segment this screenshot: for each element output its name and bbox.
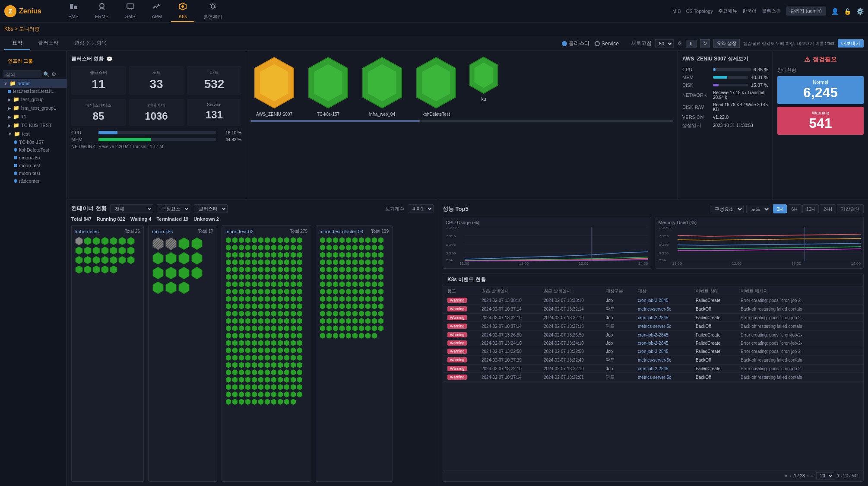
hex-cluster-tc[interactable]: TC-k8s-157 bbox=[304, 55, 352, 117]
mini-hex-k-13 bbox=[127, 246, 135, 255]
hex-cluster-infra[interactable]: infra_web_04 bbox=[358, 55, 406, 117]
refresh-button[interactable]: ↻ bbox=[700, 39, 710, 48]
page-prev-prev[interactable]: « bbox=[785, 473, 788, 478]
top-mib[interactable]: MIB bbox=[672, 9, 681, 14]
svg-rect-1 bbox=[74, 6, 77, 9]
svg-marker-456 bbox=[372, 318, 377, 324]
folder-icon-tg: 📁 bbox=[13, 96, 19, 102]
time-btn-24h[interactable]: 24H bbox=[820, 204, 836, 213]
sidebar-item-admin[interactable]: ▼ 📁 admin bbox=[0, 79, 67, 88]
sidebar-item-moon-test1[interactable]: moon-test bbox=[0, 162, 67, 169]
pause-button[interactable]: ⏸ bbox=[686, 40, 697, 48]
svg-marker-292 bbox=[232, 377, 238, 383]
perf-node-select[interactable]: 노드 bbox=[746, 205, 770, 213]
radio-service[interactable]: Service bbox=[595, 41, 619, 47]
svg-marker-401 bbox=[339, 281, 345, 287]
table-row[interactable]: Warning 2024-02-07 13:22:10 2024-02-07 1… bbox=[443, 365, 863, 373]
tab-summary[interactable]: 요약 bbox=[4, 37, 30, 50]
sidebar-search-input[interactable] bbox=[3, 70, 41, 78]
nav-k8s[interactable]: K8s bbox=[171, 0, 195, 22]
nav-apm[interactable]: APM bbox=[144, 0, 170, 22]
detail-created-row: 생성일시 2023-10-31 11:30:53 bbox=[682, 122, 768, 129]
view-count-select[interactable]: 4 X 1 4 X 2 bbox=[408, 204, 434, 213]
group-name-moon-k8s: moon-k8s bbox=[152, 229, 173, 234]
sidebar-item-moon-k8s[interactable]: moon-k8s bbox=[0, 154, 67, 162]
sidebar: 인프라 그룹 🔍 ⚙ ▼ 📁 admin test1test1test1test… bbox=[0, 51, 67, 486]
table-row[interactable]: Warning 2024-02-07 10:37:39 2024-02-07 1… bbox=[443, 356, 863, 365]
hex-cluster-aws[interactable]: AWS_ZENIU S007 bbox=[250, 55, 298, 117]
sidebar-search-icon[interactable]: 🔍 bbox=[43, 71, 50, 77]
sidebar-item-rdc[interactable]: r&dcenter. bbox=[0, 177, 67, 185]
svg-marker-330 bbox=[245, 399, 250, 405]
table-row[interactable]: Warning 2024-02-07 10:37:14 2024-02-07 1… bbox=[443, 305, 863, 314]
event-status: FailedCreate bbox=[696, 333, 739, 337]
nav-sms[interactable]: SMS bbox=[117, 0, 143, 22]
table-row[interactable]: Warning 2024-02-07 13:26:50 2024-02-07 1… bbox=[443, 331, 863, 339]
summary-settings-button[interactable]: 요약 설정 bbox=[713, 39, 740, 48]
svg-marker-118 bbox=[271, 267, 276, 273]
table-row[interactable]: Warning 2024-02-07 10:37:14 2024-02-07 1… bbox=[443, 322, 863, 331]
time-btn-3h[interactable]: 3H bbox=[773, 204, 787, 213]
table-row[interactable]: Warning 2024-02-07 10:37:14 2024-02-07 1… bbox=[443, 373, 863, 382]
nav-ops[interactable]: 운영관리 bbox=[196, 0, 230, 22]
svg-marker-313 bbox=[291, 384, 296, 390]
container-filter-select[interactable]: 전체 네임스페이스 클러스터 bbox=[110, 204, 153, 213]
time-btn-period[interactable]: 기간검색 bbox=[837, 204, 864, 213]
per-page-select[interactable]: 20 50 bbox=[816, 472, 834, 480]
settings-icon[interactable]: ⚙️ bbox=[856, 8, 864, 15]
nav-ems[interactable]: EMS bbox=[60, 0, 86, 22]
hex-scrollbar[interactable] bbox=[250, 120, 673, 122]
sidebar-item-tc157[interactable]: TC-k8s-157 bbox=[0, 138, 67, 146]
hex-cluster-ku[interactable]: ku bbox=[466, 55, 501, 102]
nav-apm-label: APM bbox=[152, 14, 162, 19]
svg-marker-298 bbox=[271, 377, 276, 383]
tab-cluster[interactable]: 클러스터 bbox=[30, 37, 67, 50]
sidebar-item-tc-k8s[interactable]: ▶ 📁 TC-K8S-TEST bbox=[0, 121, 67, 130]
sidebar-settings-icon[interactable]: ⚙ bbox=[51, 71, 56, 77]
svg-marker-351 bbox=[339, 245, 345, 251]
detail-disk-bar bbox=[713, 84, 748, 86]
page-next[interactable]: › bbox=[808, 473, 809, 478]
mem-x-0: 11:00 bbox=[672, 261, 682, 266]
alert-icon: ⚠ bbox=[804, 55, 810, 64]
export-button[interactable]: 내보내기 bbox=[838, 39, 864, 48]
top-cs-topology[interactable]: CS Topology bbox=[686, 9, 713, 14]
svg-marker-413 bbox=[352, 289, 358, 295]
table-row[interactable]: Warning 2024-02-07 13:32:10 2024-02-07 1… bbox=[443, 314, 863, 322]
refresh-interval[interactable]: 60 bbox=[655, 39, 674, 48]
sidebar-item-lsm[interactable]: ▶ 📁 lsm_test_group1 bbox=[0, 104, 67, 112]
folder-icon-tc: 📁 bbox=[13, 122, 19, 128]
container-cluster-select[interactable]: 클러스터 bbox=[194, 204, 228, 213]
svg-marker-350 bbox=[333, 245, 338, 251]
table-row[interactable]: Warning 2024-02-07 13:38:10 2024-02-07 1… bbox=[443, 296, 863, 305]
sidebar-item-11[interactable]: ▶ 📁 11 bbox=[0, 112, 67, 121]
perf-config-select[interactable]: 구성요소 bbox=[710, 205, 744, 213]
summary-term-value: 19 bbox=[183, 216, 188, 222]
table-row[interactable]: Warning 2024-02-07 13:24:10 2024-02-07 1… bbox=[443, 339, 863, 347]
svg-marker-458 bbox=[320, 325, 325, 331]
top-skin[interactable]: 블록스킨 bbox=[762, 8, 781, 14]
svg-marker-398 bbox=[320, 281, 325, 287]
top-menu[interactable]: 주요메뉴 bbox=[718, 8, 737, 14]
nav-erms[interactable]: ERMS bbox=[87, 0, 117, 22]
radio-cluster[interactable]: 클러스터 bbox=[562, 40, 589, 47]
page-next-next[interactable]: » bbox=[811, 473, 814, 478]
container-config-select[interactable]: 구성요소 bbox=[157, 204, 190, 213]
status-normal-box[interactable]: Normal 6,245 bbox=[777, 76, 864, 104]
table-row[interactable]: Warning 2024-02-07 13:22:50 2024-02-07 1… bbox=[443, 347, 863, 356]
sidebar-item-kbh[interactable]: kbhDeleteTest bbox=[0, 146, 67, 154]
event-type: Job bbox=[606, 366, 636, 371]
sidebar-item-moon-test2[interactable]: moon-test. bbox=[0, 169, 67, 177]
status-warning-box[interactable]: Warning 541 bbox=[777, 107, 864, 135]
time-btn-6h[interactable]: 6H bbox=[788, 204, 801, 213]
sidebar-item-test-group[interactable]: ▶ 📁 test_group bbox=[0, 95, 67, 104]
svg-marker-108 bbox=[284, 259, 289, 265]
sidebar-item-test[interactable]: ▼ 📁 test bbox=[0, 130, 67, 138]
svg-marker-227 bbox=[278, 333, 283, 339]
time-btn-12h[interactable]: 12H bbox=[802, 204, 819, 213]
tab-perf[interactable]: 관심 성능항목 bbox=[67, 37, 114, 50]
sidebar-item-test1[interactable]: test1test1test1test1test1te bbox=[0, 88, 67, 95]
page-prev[interactable]: ‹ bbox=[790, 473, 791, 478]
top-lang[interactable]: 한국어 bbox=[742, 8, 757, 14]
hex-cluster-kbh[interactable]: kbhDeleteTest bbox=[412, 55, 460, 117]
